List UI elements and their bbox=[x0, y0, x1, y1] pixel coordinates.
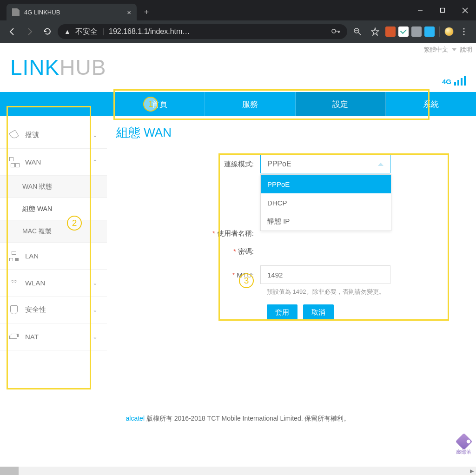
svg-point-11 bbox=[463, 28, 464, 29]
svg-line-9 bbox=[358, 33, 361, 35]
extension-icon-4[interactable] bbox=[424, 26, 435, 37]
tab-services[interactable]: 服務 bbox=[205, 92, 296, 116]
sidebar-sub-wan-status[interactable]: WAN 狀態 bbox=[0, 176, 107, 198]
cancel-button[interactable]: 取消 bbox=[303, 304, 334, 321]
svg-rect-1 bbox=[441, 8, 445, 13]
browser-address-bar: ▲ 不安全 | 192.168.1.1/index.htm… bbox=[0, 20, 476, 43]
wlan-icon bbox=[9, 278, 20, 288]
chevron-down-icon: ⌄ bbox=[93, 279, 98, 286]
chevron-down-icon: ⌄ bbox=[93, 306, 98, 313]
username-label: *使用者名稱: bbox=[116, 229, 260, 238]
tab-settings[interactable]: 設定 bbox=[296, 92, 386, 116]
chevron-up-icon: ⌃ bbox=[93, 158, 98, 165]
toolbar-separator bbox=[439, 26, 440, 37]
nav-back-icon[interactable] bbox=[5, 24, 20, 39]
wan-icon bbox=[9, 157, 20, 167]
tab-title: 4G LINKHUB bbox=[24, 9, 60, 16]
sidebar-label: 安全性 bbox=[25, 305, 46, 314]
sidebar-item-wlan[interactable]: WLAN ⌄ bbox=[0, 270, 107, 297]
horizontal-scrollbar[interactable]: ▶ bbox=[0, 467, 476, 475]
browser-titlebar: 4G LINKHUB × + bbox=[0, 0, 476, 20]
connection-mode-label: 連線模式: bbox=[116, 160, 260, 169]
sidebar-item-lan[interactable]: LAN bbox=[0, 243, 107, 270]
row-connection-mode: 連線模式: PPPoE PPPoE DHCP 靜態 IP bbox=[116, 155, 468, 173]
url-insecure-label: 不安全 bbox=[75, 27, 98, 37]
page-viewport: 繁體中文 說明 LINKHUB 4G 首頁 服務 設定 系統 撥號 ⌄ WAN … bbox=[0, 43, 476, 467]
sidebar-item-wan[interactable]: WAN ⌃ bbox=[0, 149, 107, 176]
connection-mode-dropdown: PPPoE DHCP 靜態 IP bbox=[260, 174, 391, 231]
tab-home[interactable]: 首頁 bbox=[114, 92, 205, 116]
bookmark-star-icon[interactable] bbox=[368, 24, 383, 39]
window-close-icon[interactable] bbox=[454, 0, 476, 20]
top-right-controls: 繁體中文 說明 bbox=[424, 46, 472, 54]
dropdown-option-dhcp[interactable]: DHCP bbox=[261, 193, 391, 212]
phone-icon bbox=[9, 130, 20, 140]
watermark-diamond-icon bbox=[455, 433, 472, 450]
dropdown-option-static-ip[interactable]: 靜態 IP bbox=[261, 212, 391, 231]
profile-avatar-icon[interactable] bbox=[444, 27, 454, 36]
sidebar-label: WLAN bbox=[25, 279, 45, 287]
svg-point-4 bbox=[332, 29, 336, 33]
tab-close-icon[interactable]: × bbox=[127, 8, 131, 16]
nav-forward-icon bbox=[22, 24, 37, 39]
window-maximize-icon[interactable] bbox=[431, 0, 454, 20]
url-separator: | bbox=[102, 27, 104, 36]
sidebar-item-security[interactable]: 安全性 ⌄ bbox=[0, 297, 107, 323]
mtu-label: *MTU: bbox=[116, 271, 260, 279]
password-label: *密碼: bbox=[116, 247, 260, 256]
footer: alcatel 版權所有 2016-2018 TCT Mobile Intern… bbox=[0, 415, 476, 423]
sidebar-label: LAN bbox=[25, 252, 39, 260]
apply-button[interactable]: 套用 bbox=[267, 304, 298, 321]
sidebar-item-dial[interactable]: 撥號 ⌄ bbox=[0, 122, 107, 149]
extension-icon-1[interactable] bbox=[385, 26, 396, 37]
page-title: 組態 WAN bbox=[116, 125, 468, 141]
help-link[interactable]: 說明 bbox=[460, 46, 472, 54]
sidebar-label: NAT bbox=[25, 333, 39, 341]
browser-tab[interactable]: 4G LINKHUB × bbox=[7, 4, 137, 20]
file-icon bbox=[12, 8, 20, 16]
shield-icon bbox=[9, 305, 20, 315]
svg-point-12 bbox=[463, 31, 464, 32]
footer-brand: alcatel bbox=[126, 415, 145, 422]
scrollbar-arrow-right-icon[interactable]: ▶ bbox=[468, 467, 476, 475]
sidebar-sub-mac-clone[interactable]: MAC 複製 bbox=[0, 220, 107, 243]
browser-menu-icon[interactable] bbox=[456, 24, 471, 39]
signal-label: 4G bbox=[442, 78, 451, 86]
tab-system[interactable]: 系統 bbox=[386, 92, 476, 116]
sidebar-label: 撥號 bbox=[25, 131, 39, 139]
dropdown-option-pppoe[interactable]: PPPoE bbox=[261, 175, 391, 193]
extension-icon-2[interactable] bbox=[398, 26, 409, 37]
dropdown-arrow-icon bbox=[378, 163, 383, 166]
form-buttons: 套用 取消 bbox=[267, 304, 468, 321]
sidebar-label: WAN bbox=[25, 158, 41, 166]
connection-mode-select[interactable]: PPPoE PPPoE DHCP 靜態 IP bbox=[260, 155, 390, 173]
brand-logo: LINKHUB bbox=[10, 55, 106, 80]
insecure-warning-icon: ▲ bbox=[64, 28, 71, 35]
signal-indicator: 4G bbox=[442, 76, 466, 86]
mtu-hint: 預設值為 1492。除非必要，否則請勿變更。 bbox=[267, 288, 468, 296]
window-minimize-icon[interactable] bbox=[409, 0, 431, 20]
svg-point-13 bbox=[463, 33, 464, 35]
footer-text: 版權所有 2016-2018 TCT Mobile International … bbox=[145, 415, 350, 422]
extension-icon-3[interactable] bbox=[411, 26, 422, 37]
row-mtu: *MTU: bbox=[116, 265, 468, 284]
password-key-icon[interactable] bbox=[331, 27, 341, 36]
zoom-icon[interactable] bbox=[350, 24, 365, 39]
scrollbar-thumb[interactable] bbox=[0, 467, 19, 475]
language-selector[interactable]: 繁體中文 bbox=[424, 46, 448, 54]
chevron-down-icon bbox=[452, 48, 456, 51]
url-box[interactable]: ▲ 不安全 | 192.168.1.1/index.htm… bbox=[58, 24, 347, 39]
sidebar-sub-wan-config[interactable]: 組態 WAN bbox=[0, 198, 107, 220]
nat-icon bbox=[9, 332, 20, 342]
watermark-text: 鑫部落 bbox=[456, 449, 471, 455]
sidebar-item-nat[interactable]: NAT ⌄ bbox=[0, 323, 107, 350]
new-tab-button[interactable]: + bbox=[139, 5, 153, 19]
signal-bars-icon bbox=[454, 76, 466, 86]
nav-reload-icon[interactable] bbox=[40, 24, 55, 39]
select-value: PPPoE bbox=[267, 160, 291, 168]
main-nav: 首頁 服務 設定 系統 bbox=[0, 92, 476, 116]
mtu-input[interactable] bbox=[260, 265, 390, 284]
main-content: 組態 WAN 連線模式: PPPoE PPPoE DHCP 靜態 IP *使用者… bbox=[116, 125, 468, 321]
url-text: 192.168.1.1/index.htm… bbox=[109, 27, 190, 36]
row-password: *密碼: bbox=[116, 247, 468, 256]
